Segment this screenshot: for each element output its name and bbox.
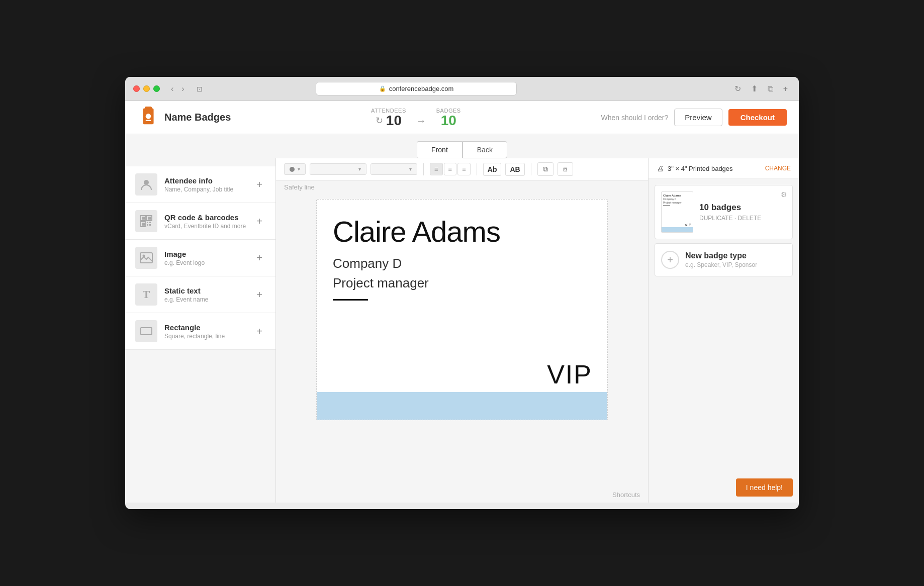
svg-rect-13: [147, 224, 148, 226]
badge-type-info: 10 badges DUPLICATE · DELETE: [699, 203, 786, 222]
forward-button[interactable]: ›: [178, 83, 187, 94]
copy-style-button[interactable]: ⧉: [537, 162, 553, 176]
rectangle-icon: [135, 320, 157, 342]
image-desc: e.g. Event logo: [164, 259, 253, 266]
size-caret: ▾: [298, 166, 300, 172]
align-left-button[interactable]: ≡: [430, 163, 443, 175]
right-sidebar: 🖨 3" × 4" Printed badges CHANGE Claire A…: [648, 158, 799, 503]
browser-window: ‹ › ⊡ 🔒 conferencebadge.com ↻ ⬆ ⧉ + Name…: [125, 77, 799, 509]
tab-front[interactable]: Front: [417, 141, 463, 158]
align-center-button[interactable]: ≡: [444, 163, 457, 175]
thumb-name: Claire Adams: [662, 192, 693, 197]
static-text-desc: e.g. Event name: [164, 296, 253, 303]
app-logo[interactable]: Name Badges: [137, 107, 231, 129]
app-body: Front Back Attendee info Name, Company, …: [125, 134, 799, 503]
svg-point-4: [144, 180, 149, 185]
badges-stat: BADGES 10: [436, 108, 461, 128]
content-area: Attendee info Name, Company, Job title +: [125, 158, 799, 503]
browser-actions: ↻ ⬆ ⧉ +: [731, 83, 791, 94]
align-group: ≡ ≡ ≡: [430, 163, 471, 175]
back-button[interactable]: ‹: [168, 83, 176, 94]
paste-style-button[interactable]: ⧈: [558, 162, 573, 176]
badge-thumbnail: Claire Adams Company D Project manager V…: [661, 191, 693, 233]
attendee-info-name: Attendee info: [164, 176, 253, 185]
toolbar-sep-1: [423, 163, 424, 175]
address-bar[interactable]: 🔒 conferencebadge.com: [316, 82, 517, 95]
new-badge-desc: e.g. Speaker, VIP, Sponsor: [685, 261, 757, 268]
duplicate-link[interactable]: DUPLICATE: [699, 215, 732, 222]
svg-rect-17: [141, 328, 152, 335]
qr-code-text: QR code & barcodes vCard, Eventbrite ID …: [164, 213, 253, 230]
sidebar-item-attendee-info[interactable]: Attendee info Name, Company, Job title +: [125, 166, 275, 203]
change-link[interactable]: CHANGE: [765, 165, 791, 172]
close-button[interactable]: [133, 85, 140, 92]
left-sidebar: Attendee info Name, Company, Job title +: [125, 158, 276, 503]
font-family-dropdown[interactable]: ▾: [310, 163, 366, 175]
attendee-info-desc: Name, Company, Job title: [164, 186, 253, 193]
image-text: Image e.g. Event logo: [164, 250, 253, 266]
refresh-button[interactable]: ↻: [731, 83, 744, 94]
attendee-info-text: Attendee info Name, Company, Job title: [164, 176, 253, 193]
badge-settings-button[interactable]: ⚙: [781, 190, 787, 199]
rectangle-add-button[interactable]: +: [253, 325, 265, 337]
badge-count-label: 10 badges: [699, 203, 786, 213]
browser-nav: ‹ ›: [168, 83, 188, 94]
qr-code-icon: [135, 210, 157, 232]
tab-back[interactable]: Back: [463, 141, 507, 158]
badge-divider: [333, 299, 368, 301]
print-size-label: 3" × 4" Printed badges: [668, 165, 733, 172]
thumb-vip: VIP: [685, 223, 691, 227]
new-badge-plus-icon: +: [661, 251, 679, 269]
checkout-button[interactable]: Checkout: [728, 109, 787, 126]
app-header: Name Badges ATTENDEES ↻ 10 → BADGES 10 W…: [125, 101, 799, 134]
svg-rect-11: [147, 222, 148, 223]
badge-company: Company D: [317, 252, 607, 273]
badge-vip-label: VIP: [547, 359, 592, 389]
toolbar-sep-2: [477, 163, 477, 175]
share-button[interactable]: ⬆: [748, 83, 761, 94]
qr-code-name: QR code & barcodes: [164, 213, 253, 222]
thumb-divider: [663, 206, 670, 206]
static-text-add-button[interactable]: +: [253, 288, 265, 301]
align-right-button[interactable]: ≡: [457, 163, 471, 175]
attendees-value: 10: [386, 114, 402, 128]
sidebar-item-static-text[interactable]: T Static text e.g. Event name +: [125, 276, 275, 313]
attendee-info-add-button[interactable]: +: [253, 178, 265, 190]
badge-type-card[interactable]: Claire Adams Company D Project manager V…: [655, 185, 793, 239]
image-name: Image: [164, 250, 253, 258]
delete-link[interactable]: DELETE: [737, 215, 761, 222]
font-weight-dropdown[interactable]: ▾: [371, 163, 417, 175]
svg-rect-14: [149, 224, 151, 226]
text-normal-button[interactable]: Ab: [483, 163, 502, 176]
rectangle-desc: Square, rectangle, line: [164, 333, 253, 340]
new-badge-card[interactable]: + New badge type e.g. Speaker, VIP, Spon…: [655, 243, 793, 276]
reader-mode-button[interactable]: ⊡: [194, 84, 206, 94]
new-tab-button[interactable]: +: [780, 83, 791, 94]
static-text-icon: T: [135, 283, 157, 306]
help-button[interactable]: I need help!: [736, 478, 793, 497]
text-upper-button[interactable]: AB: [505, 163, 524, 176]
app-title: Name Badges: [164, 112, 231, 123]
minimize-button[interactable]: [143, 85, 150, 92]
badge-canvas[interactable]: Claire Adams Company D Project manager V…: [316, 199, 608, 420]
svg-rect-3: [146, 120, 151, 121]
header-right: When should I order? Preview Checkout: [601, 109, 787, 126]
badge-canvas-wrapper: Claire Adams Company D Project manager V…: [276, 194, 648, 487]
image-add-button[interactable]: +: [253, 252, 265, 264]
sidebar-item-qr-code[interactable]: QR code & barcodes vCard, Eventbrite ID …: [125, 203, 275, 240]
font-caret: ▾: [358, 166, 361, 172]
maximize-button[interactable]: [153, 85, 160, 92]
sidebar-item-rectangle[interactable]: Rectangle Square, rectangle, line +: [125, 313, 275, 350]
safety-line-label: Safety line: [276, 180, 648, 194]
new-badge-title: New badge type: [685, 251, 757, 260]
duplicate-tab-button[interactable]: ⧉: [765, 83, 776, 94]
browser-chrome: ‹ › ⊡ 🔒 conferencebadge.com ↻ ⬆ ⧉ +: [125, 77, 799, 101]
font-size-dropdown[interactable]: ▾: [284, 163, 306, 175]
lock-icon: 🔒: [379, 85, 386, 92]
preview-button[interactable]: Preview: [674, 109, 722, 126]
image-icon: [135, 247, 157, 269]
svg-rect-12: [149, 222, 151, 223]
sidebar-item-image[interactable]: Image e.g. Event logo +: [125, 240, 275, 276]
qr-code-add-button[interactable]: +: [253, 215, 265, 227]
shortcuts-label: Shortcuts: [612, 491, 640, 499]
